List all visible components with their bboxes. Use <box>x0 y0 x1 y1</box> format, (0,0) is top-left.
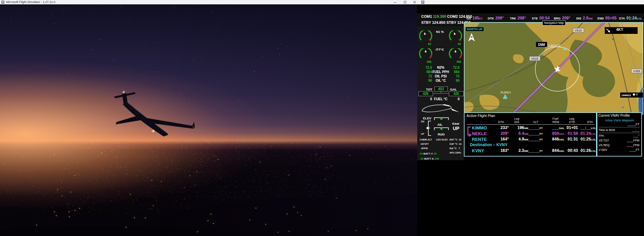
aircraft-silhouette <box>107 83 201 140</box>
avionics-titlebar[interactable] <box>417 0 644 5</box>
wind-indicator: 4KT <box>605 27 638 34</box>
aileron-trim-gauge <box>434 117 449 120</box>
itt-label: ITT°C <box>436 48 444 51</box>
n1-label: N1 % <box>436 30 444 34</box>
oat-row: OAT °C 14 <box>449 143 462 145</box>
avionics-popout-window: COM1 119.300 COM2 124.850 STBY 124.850 S… <box>417 0 644 236</box>
svg-text:V459: V459 <box>633 69 640 73</box>
elev-dn-label: DN <box>421 120 424 123</box>
oil-psi-row: 72OIL PSI72 <box>417 74 464 79</box>
fpl-row-nekle-active[interactable]: NEKLE 209° 6.4NM _____FT 850GAL 01:58 01… <box>465 131 596 136</box>
minimize-button[interactable] <box>391 0 399 4</box>
fpl-row-rente[interactable]: RENTE 164° 4.9NM _____FT 846GAL 01:31 01… <box>465 137 596 142</box>
trk-field: TRK 208° <box>510 15 526 21</box>
sim-window: Microsoft Flight Simulator - 1.27.21.0 <box>0 0 417 236</box>
window-title: Microsoft Flight Simulator - 1.27.21.0 <box>6 0 55 4</box>
sim-3d-viewport[interactable] <box>0 4 417 236</box>
sky-city-scene <box>0 4 417 236</box>
eta-field: ETA 01:24LCL <box>619 15 642 21</box>
batt-a-row: -10 BATT A 105 <box>420 157 439 160</box>
apu-row: APU 100% <box>449 152 461 154</box>
map-pane-tab: Navigation Map <box>542 20 566 25</box>
gear-position: UP <box>453 126 459 131</box>
cabin-alt-value: 4371FT <box>421 143 429 145</box>
avionics-app-icon <box>421 1 424 4</box>
fuel-left-box: 426 <box>418 91 433 96</box>
fpl-destination-row[interactable]: Destination – KVNY <box>470 142 507 147</box>
vnav-time-to-bod: Time to BOD__:__ <box>597 128 641 132</box>
maximize-icon <box>404 1 406 3</box>
elevator-trim-gauge <box>427 121 432 136</box>
city-label: LANGE <box>548 44 561 48</box>
ldg-elev-label: LDG ELEV <box>436 138 448 141</box>
active-flight-plan-panel: Active Flight Plan DTK Leg DIS ALT Fuel … <box>464 112 597 157</box>
fuel-total-box: 853 <box>434 86 448 92</box>
navigation-map[interactable]: Navigation Map NORTH UP 4KT UNRES <box>464 22 643 115</box>
itt-value-right: 486 <box>457 60 461 63</box>
groundspeed-field: GS 195KT <box>467 15 483 21</box>
ail-label: AIL <box>437 123 442 126</box>
vnav-vs-tgt: VS TGT____FPM <box>597 139 641 143</box>
airway-label-v518-b: V518 <box>573 28 584 33</box>
svg-text:N: N <box>471 36 473 39</box>
cabin-alt-label: CABIN ALT <box>420 138 432 141</box>
map-status-flag: UNRES <box>620 93 643 98</box>
fuel-tot-label: TOT <box>426 87 432 91</box>
dtk-field: DTK 209° <box>488 15 504 21</box>
n1-value-left: 82 <box>428 42 431 46</box>
fpl-row-kvny[interactable]: KVNY 163° 2.3NM _____FT 844GAL 00:43 01:… <box>465 148 596 154</box>
cabin-rate-value: -9FPM <box>421 147 428 150</box>
range-label: 1NM <box>536 42 547 47</box>
fuel-right-box: 426 <box>449 91 464 96</box>
com-frequencies: COM1 119.300 COM2 124.850 <box>421 14 472 18</box>
vnav-v-dev: V DEV____FT <box>597 148 641 152</box>
vnav-waypoint-header: Active VNAV Waypoint <box>597 119 641 122</box>
fuel-temp-row: 0FUEL °C0 <box>417 97 464 102</box>
flight-plan-title: Active Flight Plan <box>467 114 495 118</box>
map-canvas: 1NM LANGE PURDY V518 V518 <box>465 23 643 115</box>
poi-label: PURDY <box>500 91 511 94</box>
north-up-arrow: N <box>467 32 476 43</box>
vnav-fpa: FPA___° <box>597 134 641 138</box>
engine-indication-strip: N1 % 82 82 ITT°C <box>417 26 464 160</box>
svg-text:V518: V518 <box>575 29 582 32</box>
fuel-flow-row: 564FUEL PPH564 <box>417 70 464 74</box>
maximize-button[interactable] <box>401 0 409 4</box>
oil-temp-row: 90OIL °C90 <box>417 79 464 83</box>
wind-speed: 4KT <box>616 27 623 32</box>
svg-text:V518: V518 <box>531 57 538 60</box>
minimize-icon <box>393 2 396 3</box>
msfs-app-icon <box>1 1 4 4</box>
elev-label: ELEV <box>423 116 431 120</box>
n1-value-right: 82 <box>458 42 461 46</box>
traffic-status-icons <box>632 93 639 97</box>
vnav-profile-panel: Current VNAV Profile Active VNAV Waypoin… <box>597 112 642 157</box>
wing-flap-graphic <box>420 102 462 117</box>
desktop: { "main_window": { "title": "Microsoft F… <box>0 0 644 236</box>
wind-direction-arrow <box>605 27 612 34</box>
ete-field: ETE 00:54 <box>532 15 550 21</box>
fpl-row-kimmo[interactable]: KIMMO 233° 196NM _____FT ___GAL 01+01 __… <box>465 125 596 131</box>
fuel-gal-label: GAL <box>450 87 457 91</box>
brg-field: BRG 209° <box>554 15 570 21</box>
end-field: END 05+05 <box>597 15 616 21</box>
dis-field: DIS 2.9NM <box>576 15 593 21</box>
standby-frequencies: STBY 124.850 STBY 124.850 <box>421 20 471 24</box>
itt-value-left: 486 <box>427 60 431 63</box>
gear-label: Gear <box>452 122 460 125</box>
elev-up-label: UP <box>421 133 424 135</box>
airway-label-v518-a: V518 <box>529 56 540 61</box>
airway-label-v459: V459 <box>631 69 642 73</box>
vnav-waypoint-alt: _____FT <box>627 123 639 126</box>
svg-text:1NM: 1NM <box>538 43 545 47</box>
n2-row: 72.5N2%72.5 <box>417 66 464 70</box>
g3000-mfd: COM1 119.300 COM2 124.850 STBY 124.850 S… <box>417 4 644 236</box>
vnav-title: Current VNAV Profile <box>598 114 630 117</box>
rat-row: RAT °C 10 <box>449 138 461 141</box>
rud-label: RUD <box>438 132 445 136</box>
sim-titlebar[interactable]: Microsoft Flight Simulator - 1.27.21.0 <box>0 0 417 5</box>
batt-v-row: 25 BATT V 25 <box>420 152 437 155</box>
header-separator <box>466 124 595 125</box>
vnav-vs-req: VS REQ____FPM <box>597 143 641 148</box>
rudder-trim-gauge <box>434 127 449 130</box>
